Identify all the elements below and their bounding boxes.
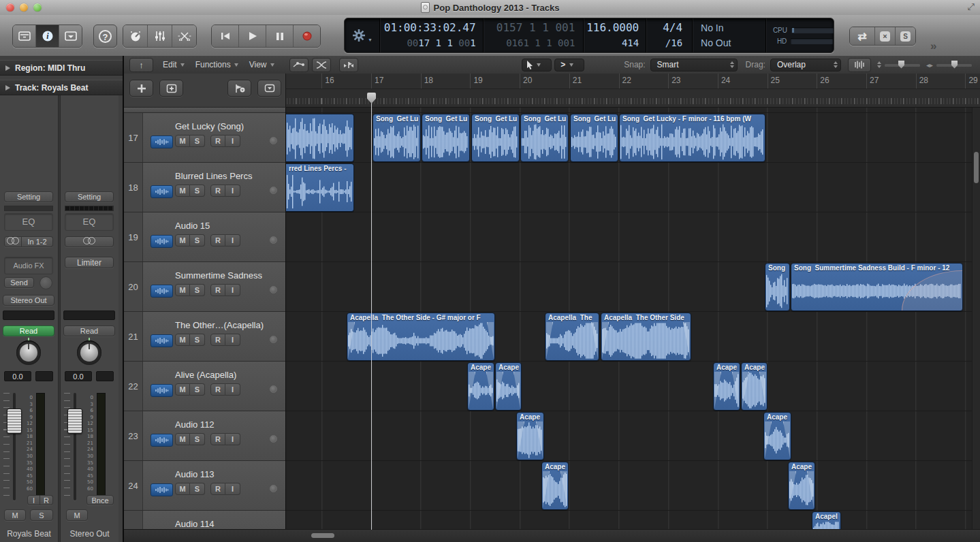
command-click-tool-menu[interactable]: > <box>554 59 584 71</box>
group-slot[interactable] <box>3 310 54 320</box>
track-name[interactable]: Audio 112 <box>175 419 215 430</box>
track-lane[interactable] <box>286 461 972 511</box>
solo-button[interactable]: S <box>30 509 53 521</box>
track-header[interactable]: 17Get Lucky (Song)MSRI <box>124 113 285 163</box>
lcd-mode-section[interactable]: ▼ <box>345 18 380 52</box>
volume-value[interactable]: 0.0 <box>4 371 31 381</box>
volume-fader-handle[interactable] <box>7 409 22 434</box>
track-name[interactable]: Summertime Sadness <box>175 270 262 281</box>
track-record-button[interactable]: R <box>210 234 225 246</box>
track-solo-button[interactable]: S <box>190 185 205 197</box>
edit-menu[interactable]: Edit <box>157 59 190 71</box>
track-status-led[interactable] <box>270 286 277 293</box>
smart-controls-button[interactable] <box>123 25 147 47</box>
track-input-button[interactable]: I <box>225 284 240 296</box>
track-input-button[interactable]: I <box>225 234 240 246</box>
audio-region[interactable]: Acapel <box>812 511 841 530</box>
track-mute-button[interactable]: M <box>175 284 190 296</box>
region-inspector-header[interactable]: Region: MIDI Thru <box>0 60 123 76</box>
track-solo-button[interactable]: S <box>190 284 205 296</box>
bounce-button[interactable]: Bnce <box>86 495 114 505</box>
track-lane[interactable] <box>286 163 972 212</box>
horizontal-scrollbar-thumb[interactable] <box>311 533 334 538</box>
track-status-led[interactable] <box>270 336 277 343</box>
h-zoom-thumb[interactable] <box>951 61 958 69</box>
track-solo-button[interactable]: S <box>190 433 205 445</box>
inspector-button[interactable]: i <box>35 25 59 47</box>
audio-region[interactable]: Acape <box>495 362 522 411</box>
audio-region[interactable]: Acapella The Other Side <box>601 313 691 361</box>
track-lane[interactable] <box>286 212 972 262</box>
track-header[interactable]: 21The Other…(Acapella)MSRI <box>124 312 285 362</box>
track-mute-button[interactable]: M <box>175 185 190 197</box>
library-button[interactable] <box>13 25 35 47</box>
toolbar-overflow-button[interactable]: » <box>930 39 935 53</box>
track-record-button[interactable]: R <box>210 383 225 396</box>
media-browser-button[interactable] <box>59 25 82 47</box>
track-input-button[interactable]: I <box>225 433 240 445</box>
groups-button[interactable] <box>227 80 251 97</box>
automation-mode-button[interactable]: Read <box>63 325 115 336</box>
audio-region[interactable]: Song Get Lu <box>373 114 421 162</box>
lcd-midi-section[interactable]: No In No Out <box>693 18 766 52</box>
fullscreen-icon[interactable]: ⤢ <box>968 1 975 12</box>
track-input-button[interactable]: I <box>225 483 240 495</box>
functions-menu[interactable]: Functions <box>190 59 244 71</box>
track-name[interactable]: Audio 15 <box>175 221 210 231</box>
record-arm-button[interactable]: R <box>40 495 53 505</box>
track-record-button[interactable]: R <box>210 433 225 445</box>
track-record-button[interactable]: R <box>210 284 225 296</box>
track-status-led[interactable] <box>270 385 277 393</box>
setting-button[interactable]: Setting <box>4 191 53 202</box>
track-lane[interactable] <box>286 411 972 461</box>
track-header[interactable]: 18Blurred Lines PercsMSRI <box>124 163 285 212</box>
flex-button[interactable] <box>312 58 331 72</box>
quick-help-button[interactable]: ? <box>93 25 117 48</box>
audio-region[interactable]: Acape <box>467 362 494 411</box>
vertical-scrollbar-thumb[interactable] <box>974 152 979 183</box>
drag-menu[interactable]: Overlap <box>770 59 841 71</box>
audio-region[interactable] <box>286 114 354 162</box>
view-menu[interactable]: View <box>244 59 280 71</box>
pan-knob[interactable] <box>16 340 41 365</box>
track-record-button[interactable]: R <box>210 334 225 346</box>
solo-mode-button[interactable]: S <box>895 27 915 45</box>
output-slot[interactable]: Stereo Out <box>3 295 54 306</box>
track-name[interactable]: Get Lucky (Song) <box>175 121 244 131</box>
track-solo-button[interactable]: S <box>190 383 205 396</box>
track-status-led[interactable] <box>270 137 277 144</box>
send-slot[interactable]: Send <box>4 277 34 288</box>
track-input-button[interactable]: I <box>225 135 240 147</box>
track-solo-button[interactable]: S <box>190 483 205 495</box>
track-status-led[interactable] <box>270 435 277 443</box>
left-click-tool-menu[interactable] <box>522 59 552 71</box>
lcd-locators-section[interactable]: 0157 1 1 001 0161 1 1 001 <box>484 18 584 52</box>
lcd-tempo-section[interactable]: 116.0000 414 <box>584 18 646 52</box>
vertical-zoom-slider[interactable] <box>877 61 920 68</box>
audio-region[interactable]: Acape <box>763 412 791 460</box>
automation-button[interactable] <box>289 58 309 72</box>
track-status-led[interactable] <box>270 485 277 492</box>
mixer-button[interactable] <box>147 25 172 47</box>
input-slot[interactable]: In 1-2 <box>22 236 53 247</box>
track-lane[interactable] <box>286 362 972 411</box>
arrange-lanes[interactable]: Song Get LuSong Get LuSong Get LuSong Ge… <box>286 108 972 530</box>
pan-knob[interactable] <box>77 340 101 365</box>
track-status-led[interactable] <box>270 236 277 244</box>
audio-region[interactable]: Song Summertime Sadness Build - F minor … <box>791 263 963 311</box>
limiter-slot[interactable]: Limiter <box>65 257 114 268</box>
eq-slot[interactable]: EQ <box>65 213 114 231</box>
stereo-input-icon[interactable] <box>4 236 22 247</box>
track-solo-button[interactable]: S <box>190 234 205 246</box>
eq-thumbnail[interactable] <box>65 206 114 211</box>
bar-ruler[interactable]: 1617181920212223242526272829 <box>286 74 980 108</box>
track-header[interactable]: 19Audio 15MSRI <box>124 212 285 262</box>
track-mute-button[interactable]: M <box>175 234 190 246</box>
lcd-timesig-section[interactable]: 4/4 /16 <box>646 18 693 52</box>
duplicate-track-button[interactable] <box>159 80 183 97</box>
volume-fader-handle[interactable] <box>67 409 82 434</box>
snap-menu[interactable]: Smart <box>650 59 738 71</box>
track-header-config-button[interactable] <box>257 80 281 97</box>
lcd-display[interactable]: ▼ 01:00:33:02.47 0017 1 1 001 0157 1 1 0… <box>344 18 834 53</box>
track-name[interactable]: Audio 114 <box>175 519 215 529</box>
